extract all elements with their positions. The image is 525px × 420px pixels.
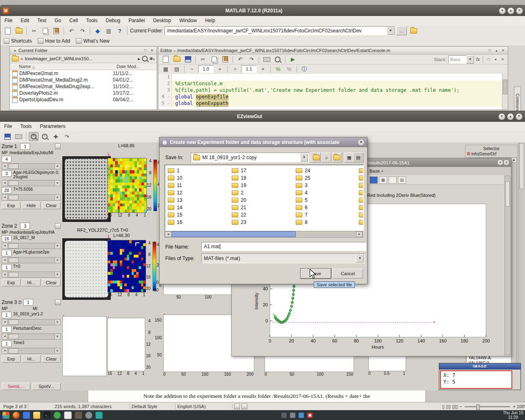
value-field-1[interactable]: 1.0 [198,65,214,73]
shortcut-whats-new[interactable]: What's New [76,38,110,44]
undock-left-icon[interactable]: ◂ [12,48,17,52]
breadcrumb-back-icon[interactable]: « [21,56,23,61]
folder-item[interactable]: 3 [296,182,310,188]
time-index-field[interactable]: 28 [2,187,11,194]
hide-button[interactable]: Hi... [22,279,41,286]
taskbar-files-icon[interactable] [23,412,30,419]
menu-item[interactable]: File [0,122,16,130]
time-slider[interactable]: ◂▸ [2,348,61,354]
editor-dock-icon[interactable]: □ [486,57,491,62]
folder-item[interactable]: 13 [168,197,182,203]
print-icon[interactable] [14,132,23,141]
menu-item[interactable]: Cell [65,16,82,25]
page-count[interactable]: Page 3 of 3 [3,404,26,409]
scroll-thumb[interactable] [172,231,296,237]
time-slider[interactable]: ◂▸ [2,194,61,201]
time-index-field[interactable]: 1 [2,264,11,271]
dialog-titlebar[interactable]: Create new Experiment folder and data st… [160,137,367,147]
divide-icon[interactable]: ÷ [230,65,240,74]
file-row[interactable]: DoverlayPlots2.m10/17/2... [10,90,157,96]
folder-item[interactable]: 23 [232,219,246,225]
mp-slider[interactable]: ◂▸ [2,319,61,325]
menu-item[interactable]: Desktop [149,16,175,25]
clear-button[interactable]: Clear [42,355,61,363]
simulink-icon[interactable]: ◆ [93,26,103,35]
media-slider[interactable]: ◂▸ [2,257,61,263]
page-style[interactable]: Default Style [132,404,157,409]
editor-dropdown-icon[interactable]: ▾ [493,57,498,62]
breadcrumb-expand-icon[interactable]: ▸ [138,56,140,62]
percent-icon-2[interactable]: % [284,65,294,74]
paste-icon[interactable] [220,55,230,64]
current-folder-combo[interactable]: /media/data/EASY/InovImager_jwrCF_WINLin… [164,26,395,35]
folder-item[interactable]: 22 [232,212,246,218]
file-row[interactable]: DMPexcel2mat_MediaDrug2exp...11/10/2... [10,83,157,90]
changes-icon[interactable] [242,404,247,409]
multiply-icon[interactable]: × [258,65,268,74]
up-folder-icon[interactable]: ↑ [408,26,418,35]
exp-button[interactable]: Exp [2,279,21,286]
zoom-in-icon[interactable]: + [513,404,515,409]
folder-item[interactable]: 12 [168,189,182,196]
value-field-2[interactable]: 1.1 [241,65,257,73]
maximize-icon[interactable]: ▴ [507,113,514,120]
folder-item[interactable]: 10 [168,175,182,181]
menu-item[interactable]: Parallel [124,16,149,25]
media-index-field[interactable]: 1 [2,250,11,256]
shade-icon[interactable]: ▾ [498,113,505,120]
folder-item[interactable]: 11 [168,182,182,188]
clear-button[interactable]: Clear [42,202,61,209]
folder-item[interactable]: 17 [232,167,246,173]
mp-index-field[interactable]: 1 [2,312,11,318]
menu-item[interactable]: File [0,16,16,25]
folder-item[interactable]: 15 [168,212,182,218]
menu-item[interactable]: Help [201,16,219,25]
folder-item[interactable]: 5 [296,197,310,203]
zone-index-field[interactable]: 1 [20,143,30,150]
tray-volume-icon[interactable] [290,413,295,418]
shortcut-how-to-add[interactable]: How to Add [38,38,70,44]
folder-item[interactable]: 6 [296,204,310,210]
mp-index-field[interactable]: 16 [2,235,11,242]
zoom-level[interactable]: 100% [517,404,525,409]
zone-detach-icon[interactable] [55,144,61,149]
ez-titlebar[interactable]: EZviewGui ▾ ▴ ✕ [0,111,525,122]
taskbar-terminal-icon[interactable]: >_ [43,412,50,419]
media-index-field[interactable]: 1 [2,326,11,333]
fx-button[interactable]: fx [476,57,480,62]
selector-scrollbar[interactable]: ▲ [511,158,517,389]
dock-icon[interactable]: □ [143,48,148,52]
mp-slider[interactable]: ◂▸ [2,163,61,169]
menu-item[interactable]: Parameters [36,122,69,130]
breadcrumb-path[interactable]: InovImager_jwrCF_WINLinx150... [25,56,136,61]
redo-icon[interactable]: ↷ [247,55,256,64]
paste-icon[interactable] [51,26,61,35]
pan-icon[interactable]: ✚ [51,132,61,141]
selection-mode-icon[interactable] [234,404,240,409]
zoom-out-icon[interactable]: − [459,404,462,409]
taskbar-settings-icon[interactable] [85,412,92,419]
folder-item[interactable]: 25 [296,175,310,181]
file-table-header[interactable]: Name △ Date Mod... [10,63,157,70]
grid-view-icon[interactable]: ▦ [379,176,387,184]
print-icon[interactable] [262,55,272,64]
document-text[interactable]: Note the addition to the experiment fold… [88,390,425,399]
taskbar-folder-icon[interactable] [33,412,40,419]
folder-item[interactable]: 7 [296,212,310,218]
media-slider[interactable]: ◂▸ [2,180,61,186]
shade-icon[interactable]: ▾ [499,7,506,14]
semilog-button[interactable]: SemiL... [2,383,30,390]
hide-button[interactable]: Hi... [22,355,41,363]
new-script-icon[interactable] [3,26,13,35]
close-icon[interactable]: ✕ [358,139,365,146]
cancel-button[interactable]: Cancel [333,269,363,278]
editor-scrollbar[interactable] [502,74,508,110]
file-name-input[interactable]: A1.mat [201,242,366,251]
details-view-icon[interactable]: ▤ [353,153,363,162]
menu-item[interactable]: Debug [102,16,124,25]
folder-item[interactable]: 16 [168,219,182,225]
scroll-left-icon[interactable]: ◂ [165,231,171,237]
editor-close-icon[interactable]: ✕ [500,57,505,62]
panel-max-icon[interactable]: ▴ [494,48,499,52]
chevron-down-icon[interactable]: ▾ [356,254,364,262]
